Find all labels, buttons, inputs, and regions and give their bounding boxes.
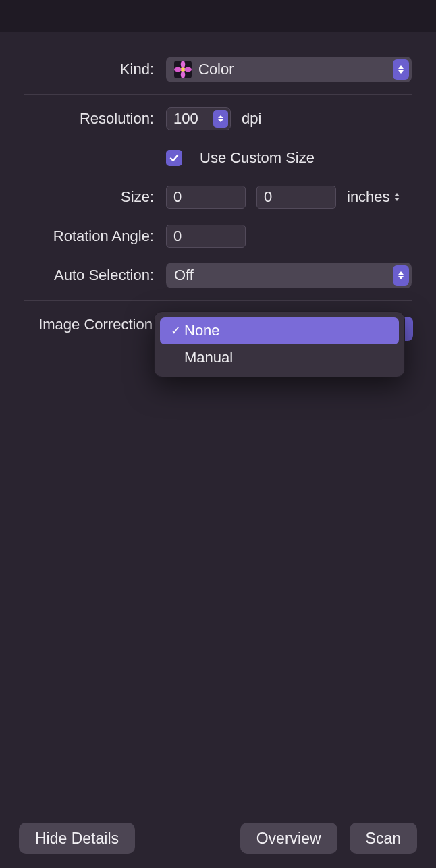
updown-icon (394, 193, 400, 201)
rotation-value: 0 (173, 227, 182, 245)
resolution-label: Resolution: (24, 110, 166, 128)
updown-icon (393, 59, 409, 80)
svg-point-4 (184, 67, 192, 72)
divider (24, 300, 412, 301)
size-width-input[interactable]: 0 (166, 186, 246, 209)
size-unit-stepper[interactable]: inches (347, 188, 400, 206)
overview-button[interactable]: Overview (240, 823, 337, 854)
svg-point-2 (181, 71, 186, 78)
menu-item-none[interactable]: ✓ None (160, 317, 399, 344)
checkmark-icon: ✓ (167, 323, 184, 338)
size-unit-label: inches (347, 188, 390, 206)
button-label: Scan (366, 830, 401, 848)
size-label: Size: (24, 188, 166, 206)
resolution-unit: dpi (242, 110, 261, 128)
size-width-value: 0 (173, 188, 182, 206)
hide-details-button[interactable]: Hide Details (19, 823, 135, 854)
kind-select[interactable]: Color (166, 57, 412, 82)
settings-panel: Kind: Color Resolution: (0, 32, 436, 809)
svg-point-3 (174, 67, 182, 72)
divider (24, 94, 412, 95)
rotation-input[interactable]: 0 (166, 225, 246, 248)
kind-value: Color (198, 61, 234, 78)
menu-item-label: Manual (184, 349, 233, 367)
button-label: Overview (256, 830, 321, 848)
auto-selection-value: Off (174, 267, 194, 284)
updown-icon (213, 110, 228, 128)
updown-icon (393, 265, 409, 286)
footer-toolbar: Hide Details Overview Scan (0, 809, 436, 868)
auto-selection-select[interactable]: Off (166, 263, 412, 288)
flower-icon (174, 61, 192, 78)
menu-item-label: None (184, 322, 220, 340)
window-titlebar (0, 0, 436, 32)
image-correction-label: Image Correction: (24, 316, 169, 333)
button-label: Hide Details (35, 830, 119, 848)
image-correction-menu: ✓ None Manual (154, 311, 405, 377)
use-custom-size-label: Use Custom Size (200, 149, 315, 167)
size-height-input[interactable]: 0 (256, 186, 336, 209)
scan-button[interactable]: Scan (350, 823, 417, 854)
size-height-value: 0 (264, 188, 272, 206)
rotation-label: Rotation Angle: (24, 227, 166, 245)
kind-label: Kind: (24, 61, 166, 78)
resolution-value: 100 (173, 110, 198, 128)
menu-item-manual[interactable]: Manual (160, 344, 399, 371)
image-correction-select[interactable] (404, 317, 413, 341)
auto-selection-label: Auto Selection: (24, 267, 166, 284)
use-custom-size-checkbox[interactable] (166, 150, 182, 166)
svg-point-1 (181, 61, 186, 68)
resolution-input[interactable]: 100 (166, 107, 231, 130)
